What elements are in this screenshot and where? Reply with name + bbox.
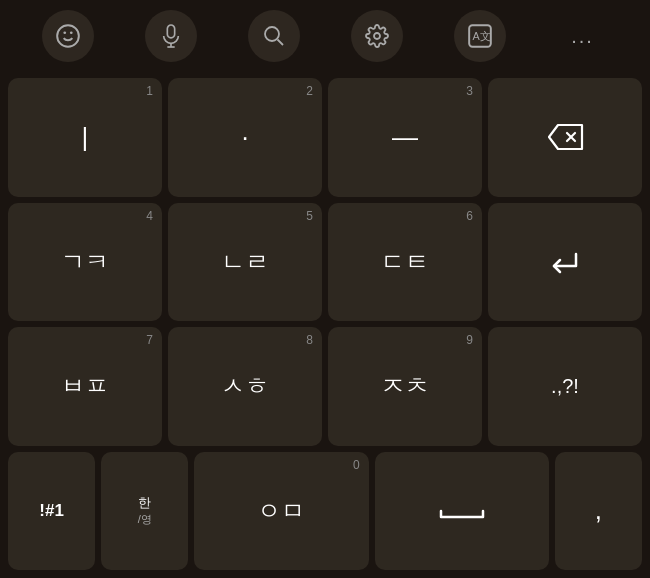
key-nr[interactable]: 5 ㄴㄹ: [168, 203, 322, 322]
key-dot[interactable]: 2 ·: [168, 78, 322, 197]
svg-point-6: [265, 27, 279, 41]
key-bp[interactable]: 7 ㅂㅍ: [8, 327, 162, 446]
svg-point-0: [57, 25, 79, 47]
gear-icon: [365, 24, 389, 48]
key-dt[interactable]: 6 ㄷㅌ: [328, 203, 482, 322]
space-key[interactable]: [375, 452, 549, 571]
key-om[interactable]: 0 ㅇㅁ: [194, 452, 368, 571]
backspace-key[interactable]: [488, 78, 642, 197]
keyboard: 1 | 2 · 3 — 4 ㄱㅋ 5 ㄴㄹ 6: [0, 72, 650, 578]
svg-rect-3: [167, 25, 174, 38]
more-button[interactable]: ...: [557, 10, 609, 62]
enter-key[interactable]: [488, 203, 642, 322]
svg-point-8: [374, 33, 380, 39]
enter-icon: [548, 248, 582, 276]
emoji-icon: [55, 23, 81, 49]
key-row-4: !#1 한/영 0 ㅇㅁ ,: [8, 452, 642, 571]
key-row-3: 7 ㅂㅍ 8 ㅅㅎ 9 ㅈㅊ .,?!: [8, 327, 642, 446]
key-row-1: 1 | 2 · 3 —: [8, 78, 642, 197]
svg-line-7: [277, 40, 283, 46]
symbol-key[interactable]: !#1: [8, 452, 95, 571]
svg-text:A文: A文: [472, 30, 490, 42]
toolbar: A文 ...: [0, 0, 650, 72]
comma-key[interactable]: ,: [555, 452, 642, 571]
key-dash[interactable]: 3 —: [328, 78, 482, 197]
voice-button[interactable]: [145, 10, 197, 62]
translate-icon: A文: [467, 23, 493, 49]
search-button[interactable]: [248, 10, 300, 62]
key-row-2: 4 ㄱㅋ 5 ㄴㄹ 6 ㄷㅌ: [8, 203, 642, 322]
key-pipe[interactable]: 1 |: [8, 78, 162, 197]
key-jch[interactable]: 9 ㅈㅊ: [328, 327, 482, 446]
backspace-icon: [544, 122, 586, 152]
space-icon: [437, 501, 487, 521]
key-punctuation[interactable]: .,?!: [488, 327, 642, 446]
more-dots: ...: [571, 25, 594, 48]
settings-button[interactable]: [351, 10, 403, 62]
translate-button[interactable]: A文: [454, 10, 506, 62]
microphone-icon: [160, 23, 182, 49]
lang-key[interactable]: 한/영: [101, 452, 188, 571]
search-icon: [262, 24, 286, 48]
emoji-button[interactable]: [42, 10, 94, 62]
key-sh[interactable]: 8 ㅅㅎ: [168, 327, 322, 446]
key-gk[interactable]: 4 ㄱㅋ: [8, 203, 162, 322]
